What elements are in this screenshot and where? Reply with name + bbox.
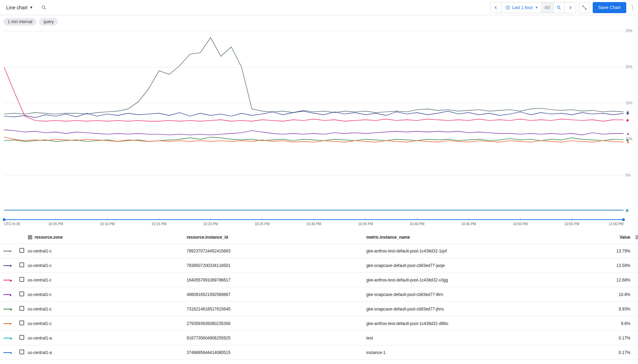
cell-zone: us-central1-a xyxy=(28,350,187,355)
legend-swatch: ● xyxy=(3,350,13,355)
svg-text:10:45 PM: 10:45 PM xyxy=(461,222,476,226)
row-checkbox[interactable] xyxy=(19,248,28,254)
legend-swatch: ■ xyxy=(3,307,13,312)
table-row[interactable]: ▲ us-central1-c 4660916521592569867 gke-… xyxy=(0,287,638,302)
cell-zone: us-central1-c xyxy=(28,292,187,297)
reset-zoom-button[interactable] xyxy=(579,2,590,13)
row-checkbox[interactable] xyxy=(19,349,28,355)
time-next-button[interactable] xyxy=(565,2,576,13)
th-zone[interactable]: resource.zone xyxy=(28,235,187,240)
svg-text:10:15 PM: 10:15 PM xyxy=(152,222,167,226)
clock-icon xyxy=(505,5,510,10)
legend-swatch: ✕ xyxy=(3,249,13,253)
cell-instance-name: gke-snapcase-default-pool-cb83ed77-jwqe xyxy=(366,263,581,268)
cell-value: 9.6% xyxy=(581,321,632,326)
svg-rect-56 xyxy=(28,238,30,239)
table-row[interactable]: ✚ us-central1-c 7838507200334118501 gke-… xyxy=(0,258,638,273)
chart-type-dropdown[interactable]: Line chart ▼ xyxy=(3,3,36,12)
legend-swatch: ▲ xyxy=(3,292,13,297)
time-zoom-button[interactable] xyxy=(554,2,565,13)
cell-zone: us-central1-c xyxy=(28,278,187,282)
legend-swatch: ▼ xyxy=(3,321,13,326)
svg-text:UTC+5:30: UTC+5:30 xyxy=(4,222,20,226)
svg-text:✚: ✚ xyxy=(626,112,629,115)
cell-instance-name: gke-anthos-test-default-pool-1c438d32-v3… xyxy=(366,278,581,282)
cell-instance-name: gke-anthos-test-default-pool-1c438d32-d9… xyxy=(366,321,581,326)
timezone-chip[interactable]: IST xyxy=(542,2,554,13)
svg-text:10:55 PM: 10:55 PM xyxy=(564,222,579,226)
svg-line-4 xyxy=(560,8,561,9)
cell-instance-id: 7316214618517815645 xyxy=(187,307,366,312)
save-chart-button[interactable]: Save Chart xyxy=(593,2,626,13)
svg-text:10:10 PM: 10:10 PM xyxy=(100,222,115,226)
legend-table: resource.zone resource.instance_id metri… xyxy=(0,231,638,360)
row-checkbox[interactable] xyxy=(19,306,28,312)
cell-instance-name: test xyxy=(366,336,581,341)
cell-instance-id: 7838507200334118501 xyxy=(187,263,366,268)
line-chart-svg[interactable]: 5%10%15%20%25%0✕✚◆▲■▼■●UTC+5:3010:05 PM1… xyxy=(2,28,636,229)
row-checkbox[interactable] xyxy=(19,291,28,297)
svg-text:25%: 25% xyxy=(626,29,632,33)
row-checkbox[interactable] xyxy=(19,277,28,283)
table-row[interactable]: ● us-central1-a 3748895944414080515 inst… xyxy=(0,345,638,360)
svg-text:10:35 PM: 10:35 PM xyxy=(358,222,373,226)
cell-zone: us-central1-c xyxy=(28,263,187,268)
th-value[interactable]: Value xyxy=(581,235,632,240)
svg-text:10:30 PM: 10:30 PM xyxy=(307,222,321,226)
time-range-label: Last 1 hour xyxy=(512,5,533,10)
table-row[interactable]: ■ us-central1-a 9167735604906255925 test… xyxy=(0,331,638,345)
cell-instance-id: 1640557891069786617 xyxy=(187,278,366,282)
chart-type-label: Line chart xyxy=(6,5,27,10)
svg-rect-55 xyxy=(30,235,32,237)
cell-zone: us-central1-c xyxy=(28,321,187,326)
svg-text:20%: 20% xyxy=(626,65,632,69)
cell-value: 0.17% xyxy=(581,350,632,355)
toolbar-left: Line chart ▼ xyxy=(3,3,49,12)
more-options-button[interactable]: ⋮ xyxy=(629,4,636,11)
table-row[interactable]: ■ us-central1-c 7316214618517815645 gke-… xyxy=(0,302,638,316)
search-icon[interactable] xyxy=(39,3,49,12)
legend-swatch: ■ xyxy=(3,336,13,341)
table-row[interactable]: ✕ us-central1-c 7892370724452415683 gke-… xyxy=(0,244,638,258)
svg-text:◆: ◆ xyxy=(626,118,629,122)
table-header-row: resource.zone resource.instance_id metri… xyxy=(0,231,638,244)
caret-down-icon: ▼ xyxy=(29,6,33,9)
row-checkbox[interactable] xyxy=(19,320,28,326)
group-icon xyxy=(28,235,32,240)
table-row[interactable]: ▼ us-central1-c 2793593835080235356 gke-… xyxy=(0,316,638,331)
cell-instance-id: 7892370724452415683 xyxy=(187,249,366,253)
cell-value: 12.68% xyxy=(581,278,632,282)
cell-value: 13.59% xyxy=(581,263,632,268)
cell-value: 0.17% xyxy=(581,336,632,341)
svg-text:10:05 PM: 10:05 PM xyxy=(48,222,63,226)
th-instance-name[interactable]: metric.instance_name xyxy=(366,235,581,240)
svg-text:5%: 5% xyxy=(626,173,631,177)
cell-instance-id: 4660916521592569867 xyxy=(187,292,366,297)
th-instance-id[interactable]: resource.instance_id xyxy=(187,235,366,240)
svg-rect-58 xyxy=(636,236,637,239)
svg-line-1 xyxy=(45,8,46,9)
row-checkbox[interactable] xyxy=(19,335,28,341)
svg-text:15%: 15% xyxy=(626,101,632,105)
cell-zone: us-central1-c xyxy=(28,307,187,312)
row-checkbox[interactable] xyxy=(19,262,28,268)
time-controls-group: Last 1 hour ▼ IST xyxy=(490,2,576,13)
caret-down-icon: ▼ xyxy=(535,6,538,9)
svg-text:11:00 PM: 11:00 PM xyxy=(609,222,623,226)
svg-point-0 xyxy=(42,6,45,8)
table-row[interactable]: ◆ us-central1-c 1640557891069786617 gke-… xyxy=(0,273,638,287)
time-range-dropdown[interactable]: Last 1 hour ▼ xyxy=(502,2,542,13)
columns-button[interactable] xyxy=(632,235,638,240)
chips-row: 1 min interval query xyxy=(0,15,638,28)
query-chip[interactable]: query xyxy=(39,18,58,26)
cell-instance-name: gke-snapcase-default-pool-cb83ed77-l6rn xyxy=(366,292,581,297)
cell-zone: us-central1-a xyxy=(28,336,187,341)
legend-swatch: ◆ xyxy=(3,278,13,282)
interval-chip[interactable]: 1 min interval xyxy=(3,18,36,26)
legend-swatch: ✚ xyxy=(3,263,13,268)
time-prev-button[interactable] xyxy=(491,2,502,13)
cell-instance-name: gke-snapcase-default-pool-cb83ed77-jhns xyxy=(366,307,581,312)
svg-text:▲: ▲ xyxy=(626,132,630,135)
th-zone-label: resource.zone xyxy=(35,235,63,240)
svg-text:●: ● xyxy=(626,208,628,212)
